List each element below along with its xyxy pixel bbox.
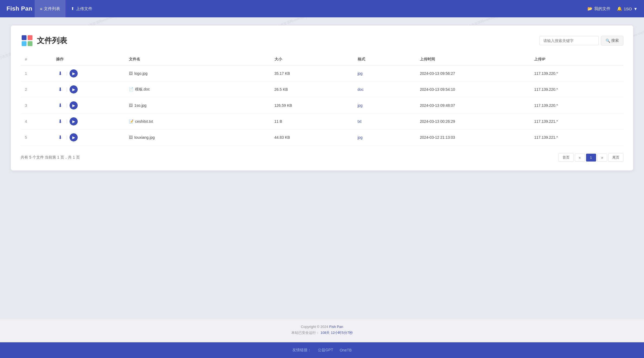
share-btn-5[interactable]: ▶	[70, 133, 78, 141]
row-num: 3	[21, 98, 52, 114]
file-type-icon: 📄	[129, 87, 133, 91]
format-badge[interactable]: jpg	[358, 103, 363, 108]
nav-upload[interactable]: ⬆ 上传文件	[66, 0, 98, 17]
table-head: # 操作 文件名 大小 格式 上传时间 上传IP	[21, 54, 623, 65]
row-actions: ⬇ | ▶	[52, 130, 125, 146]
share-btn-4[interactable]: ▶	[70, 117, 78, 125]
format-badge[interactable]: jpg	[358, 71, 363, 76]
row-actions: ⬇ | ▶	[52, 98, 125, 114]
search-icon: 🔍	[606, 38, 610, 43]
row-filename: 🖼touxiang.jpg	[125, 130, 270, 146]
share-btn-1[interactable]: ▶	[70, 69, 78, 78]
uptime: 本站已安全运行： 108天 12小时5分7秒	[5, 330, 639, 335]
action-divider: |	[66, 135, 67, 140]
card-title-group: 文件列表	[21, 34, 67, 47]
folder-icon: 📂	[587, 6, 593, 11]
row-format: jpg	[353, 98, 416, 114]
row-time: 2024-03-13 09:54:10	[416, 82, 530, 98]
table-row: 1 ⬇ | ▶ 🖼logo.jpg 35.17 KB jpg 2024-03-1…	[21, 65, 623, 82]
footer-links-bar: 友情链接： 公益GPT OneTB	[0, 342, 644, 358]
row-size: 44.83 KB	[270, 130, 353, 146]
row-time: 2024-03-13 00:26:29	[416, 114, 530, 130]
page-prev[interactable]: «	[575, 154, 585, 162]
row-time: 2024-03-13 09:48:07	[416, 98, 530, 114]
download-btn-2[interactable]: ⬇	[56, 85, 64, 93]
copyright: Copyright © 2024 Fish Pan	[5, 325, 639, 329]
table-footer: 共有 5 个文件 当前第 1 页，共 1 页 首页 « 1 » 尾页	[21, 153, 623, 162]
row-ip: 117.139.221.*	[530, 114, 623, 130]
share-btn-2[interactable]: ▶	[70, 85, 78, 93]
table-row: 4 ⬇ | ▶ 📝ceshitxt.txt 11 B txt 2024-03-1…	[21, 114, 623, 130]
bell-icon: 🔔	[617, 6, 622, 11]
svg-rect-0	[22, 35, 27, 40]
pagination: 首页 « 1 » 尾页	[558, 153, 623, 162]
row-ip: 117.139.221.*	[530, 130, 623, 146]
table-row: 3 ⬇ | ▶ 🖼1so.jpg 126.59 KB jpg 2024-03-1…	[21, 98, 623, 114]
row-filename: 📄模板.doc	[125, 82, 270, 98]
page-last[interactable]: 尾页	[608, 153, 623, 162]
table-body: 1 ⬇ | ▶ 🖼logo.jpg 35.17 KB jpg 2024-03-1…	[21, 65, 623, 146]
navbar-nav: ≡ 文件列表 ⬆ 上传文件	[35, 0, 98, 17]
file-table: # 操作 文件名 大小 格式 上传时间 上传IP 1 ⬇ | ▶	[21, 54, 623, 146]
row-num: 1	[21, 65, 52, 82]
format-badge[interactable]: doc	[358, 87, 364, 92]
my-files-btn[interactable]: 📂 我的文件	[587, 6, 610, 11]
links-label: 友情链接：	[292, 348, 311, 353]
upload-icon: ⬆	[71, 6, 74, 11]
format-badge[interactable]: txt	[358, 119, 362, 124]
row-num: 5	[21, 130, 52, 146]
row-format: doc	[353, 82, 416, 98]
action-divider: |	[66, 119, 67, 124]
footer-link-gpt[interactable]: 公益GPT	[318, 348, 333, 353]
row-num: 4	[21, 114, 52, 130]
row-actions: ⬇ | ▶	[52, 65, 125, 82]
page-current[interactable]: 1	[586, 154, 596, 162]
my-files-label: 我的文件	[594, 6, 610, 11]
uptime-days: 108天	[321, 331, 330, 335]
col-header-format: 格式	[353, 54, 416, 65]
row-time: 2024-03-13 09:56:27	[416, 65, 530, 82]
brand-footer-link[interactable]: Fish Pan	[329, 325, 343, 329]
file-list-card: 文件列表 🔍 搜索 # 操作 文件名 大小 格式 上传时间	[11, 25, 633, 170]
row-ip: 117.139.220.*	[530, 65, 623, 82]
download-btn-3[interactable]: ⬇	[56, 101, 64, 109]
file-type-icon: 🖼	[129, 103, 133, 108]
format-badge[interactable]: jpg	[358, 135, 363, 140]
file-type-icon: 🖼	[129, 71, 133, 76]
main-content: 文件列表 🔍 搜索 # 操作 文件名 大小 格式 上传时间	[0, 17, 644, 319]
action-divider: |	[66, 103, 67, 108]
share-btn-3[interactable]: ▶	[70, 101, 78, 109]
svg-rect-3	[28, 41, 32, 46]
nav-file-list[interactable]: ≡ 文件列表	[35, 0, 66, 17]
pagination-info: 共有 5 个文件 当前第 1 页，共 1 页	[21, 155, 80, 160]
svg-rect-2	[22, 41, 27, 46]
row-num: 2	[21, 82, 52, 98]
search-button[interactable]: 🔍 搜索	[601, 36, 623, 46]
file-type-icon: 🖼	[129, 135, 133, 140]
file-list-icon	[21, 34, 34, 47]
user-menu[interactable]: 🔔 1SO ▼	[617, 6, 638, 11]
navbar: Fish Pan ≡ 文件列表 ⬆ 上传文件 📂 我的文件 🔔 1SO ▼	[0, 0, 644, 17]
site-footer: Copyright © 2024 Fish Pan 本站已安全运行： 108天 …	[0, 319, 644, 342]
download-btn-5[interactable]: ⬇	[56, 133, 64, 141]
download-btn-1[interactable]: ⬇	[56, 69, 64, 78]
download-btn-4[interactable]: ⬇	[56, 117, 64, 125]
page-first[interactable]: 首页	[558, 153, 574, 162]
page-next[interactable]: »	[597, 154, 607, 162]
row-filename: 🖼1so.jpg	[125, 98, 270, 114]
row-ip: 117.139.220.*	[530, 98, 623, 114]
copyright-text: Copyright © 2024	[301, 325, 328, 329]
uptime-time: 12小时5分7秒	[331, 331, 353, 335]
uptime-prefix: 本站已安全运行：	[291, 331, 319, 335]
nav-upload-label: 上传文件	[76, 6, 92, 11]
card-header: 文件列表 🔍 搜索	[21, 34, 623, 47]
navbar-right: 📂 我的文件 🔔 1SO ▼	[587, 6, 638, 11]
footer-link-onetb[interactable]: OneTB	[340, 348, 352, 352]
list-icon: ≡	[40, 7, 43, 11]
row-filename: 📝ceshitxt.txt	[125, 114, 270, 130]
row-actions: ⬇ | ▶	[52, 82, 125, 98]
row-filename: 🖼logo.jpg	[125, 65, 270, 82]
search-input[interactable]	[539, 36, 599, 45]
row-size: 35.17 KB	[270, 65, 353, 82]
dropdown-arrow-icon: ▼	[633, 7, 638, 11]
